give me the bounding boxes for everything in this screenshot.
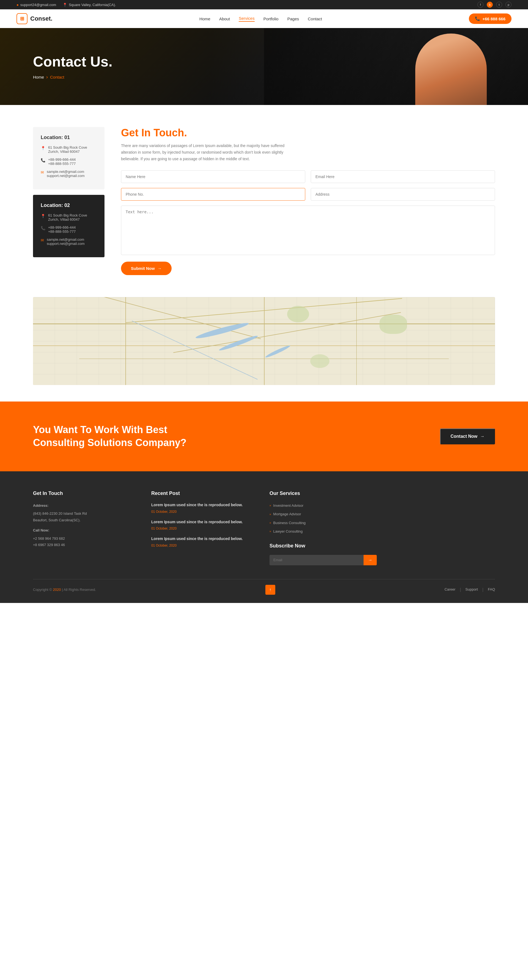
subscribe-row: → [270,555,377,565]
post2-title: Lorem Ipsum used since the is reproduced… [151,519,258,525]
service-item-2[interactable]: » Mortgage Advisor [270,511,377,517]
email-input[interactable] [311,170,495,183]
breadcrumb-current: Contact [50,75,64,80]
nav-about[interactable]: About [219,16,230,21]
logo-icon: ⊞ [16,13,27,24]
post3-date: 01 October, 2020 [151,544,177,547]
contact-form-section: Get In Touch. There are many variations … [121,127,495,275]
top-bar-left: ● support24@gmail.com 📍 Square Valley, C… [16,3,116,7]
nav-home[interactable]: Home [199,16,211,21]
main-nav: Home About Services Portfolio Pages Cont… [199,16,322,22]
footer-col-contact: Get In Touch Address: (843) 846-2230 20 … [33,490,140,565]
address-icon-1: 📍 [41,146,45,150]
breadcrumb-home[interactable]: Home [33,75,44,80]
recent-post-2: Lorem Ipsum used since the is reproduced… [151,519,258,531]
subscribe-button[interactable]: → [364,555,377,565]
map-background [33,297,495,385]
footer-col-services: Our Services » Investment Advisor » Mort… [270,490,377,565]
email-icon: ● [16,3,19,7]
service-arrow-3: » [270,521,271,524]
submit-button[interactable]: Submit Now → [121,262,172,275]
footer-address-value: (843) 846-2230 20 Island Task RdBeaufort… [33,510,140,523]
footer-col-empty [388,490,495,565]
post2-date: 01 October, 2020 [151,527,177,530]
scroll-top-button[interactable]: ↑ [265,585,275,595]
address-input[interactable] [311,188,495,200]
top-bar: ● support24@gmail.com 📍 Square Valley, C… [0,0,528,10]
section-title: Get In Touch. [121,127,495,139]
logo[interactable]: ⊞ Conset. [16,13,53,24]
cta-section: You Want To Work With BestConsulting Sol… [0,401,528,471]
cta-title: You Want To Work With BestConsulting Sol… [33,423,187,449]
service-item-4[interactable]: » Lawyer Consulting [270,528,377,535]
top-bar-socials: f b t p [477,2,512,8]
footer-address-label: Address: [33,503,140,509]
footer-link-faq[interactable]: FAQ [488,587,495,592]
hero-image-overlay [264,28,528,105]
phone-input[interactable] [121,188,305,200]
footer-phones: +2 568 964 793 682+8 6967 329 863 46 [33,535,140,548]
service-item-1[interactable]: » Investment Advisor [270,503,377,509]
nav-contact[interactable]: Contact [308,16,322,21]
contact-now-button[interactable]: Contact Now → [440,428,495,444]
cta-text: You Want To Work With BestConsulting Sol… [33,423,187,449]
location-icon: 📍 [63,3,67,7]
map-container[interactable] [33,297,495,385]
post3-title: Lorem Ipsum used since the is reproduced… [151,536,258,542]
footer-link-support[interactable]: Support [465,587,478,592]
footer-col-posts: Recent Post Lorem Ipsum used since the i… [151,490,258,565]
phone-button[interactable]: 📞 +66 888 666 [469,13,512,24]
social-facebook[interactable]: f [477,2,483,8]
cta-arrow-icon: → [480,434,485,439]
copyright-year: 2020 [53,587,61,592]
post1-date: 01 October, 2020 [151,510,177,514]
subscribe-input[interactable] [270,555,364,565]
map-section [0,297,528,401]
footer-link-career[interactable]: Career [444,587,455,592]
hero-person-image [415,33,487,105]
location2-title: Location: 02 [41,202,97,208]
phone-icon: 📞 [475,16,480,21]
hero-title: Contact Us. [33,53,112,70]
nav-pages[interactable]: Pages [287,16,299,21]
footer-posts-title: Recent Post [151,490,258,496]
location1-address: 📍 61 South Big Rock CoveZurich, Villad 6… [41,145,97,154]
top-bar-email: ● support24@gmail.com [16,3,56,7]
footer-subscribe-title: Subscribe Now [270,543,377,549]
breadcrumb-separator: › [46,74,48,80]
email-icon-2: ✉ [41,238,44,242]
main-content-section: Location: 01 📍 61 South Big Rock CoveZur… [0,105,528,297]
header: ⊞ Conset. Home About Services Portfolio … [0,10,528,28]
social-pinterest[interactable]: p [506,2,512,8]
service-arrow-1: » [270,504,271,507]
locations-panel: Location: 01 📍 61 South Big Rock CoveZur… [33,127,105,275]
section-description: There are many variations of passages of… [121,143,286,162]
footer-bottom-links: Career | Support | FAQ [444,587,495,592]
location2-email: ✉ sample.net@gmail.comsupport.net@gmail.… [41,237,97,246]
service-item-3[interactable]: » Business Consulting [270,520,377,526]
location2-phone: 📞 +88-999-666-444+88-888-555-777 [41,225,97,234]
footer-services-title: Our Services [270,490,377,496]
message-textarea[interactable] [121,205,495,255]
contact-form: Submit Now → [121,170,495,275]
location1-phone: 📞 +88-999-666-444+88-888-555-777 [41,158,97,166]
hero-content: Contact Us. Home › Contact [33,53,112,80]
top-bar-location: 📍 Square Valley, California(CA). [63,3,116,7]
form-row-2 [121,188,495,200]
name-input[interactable] [121,170,305,183]
location2-address: 📍 61 South Big Rock CoveZurich, Villad 6… [41,213,97,221]
social-twitter[interactable]: t [496,2,502,8]
footer-call-label: Call Now: [33,527,140,533]
nav-services[interactable]: Services [239,16,255,22]
location1-title: Location: 01 [41,135,97,140]
hero-section: Contact Us. Home › Contact [0,28,528,105]
header-right: 📞 +66 888 666 [469,13,512,24]
phone-icon-2: 📞 [41,226,45,230]
footer-bottom: Copyright © 2020 | All Rights Reserved. … [33,579,495,595]
form-row-3 [121,205,495,256]
location1-email: ✉ sample.net@gmail.comsupport.net@gmail.… [41,170,97,178]
social-instagram[interactable]: b [487,2,493,8]
phone-icon-1: 📞 [41,158,45,162]
nav-portfolio[interactable]: Portfolio [263,16,279,21]
form-row-1 [121,170,495,183]
